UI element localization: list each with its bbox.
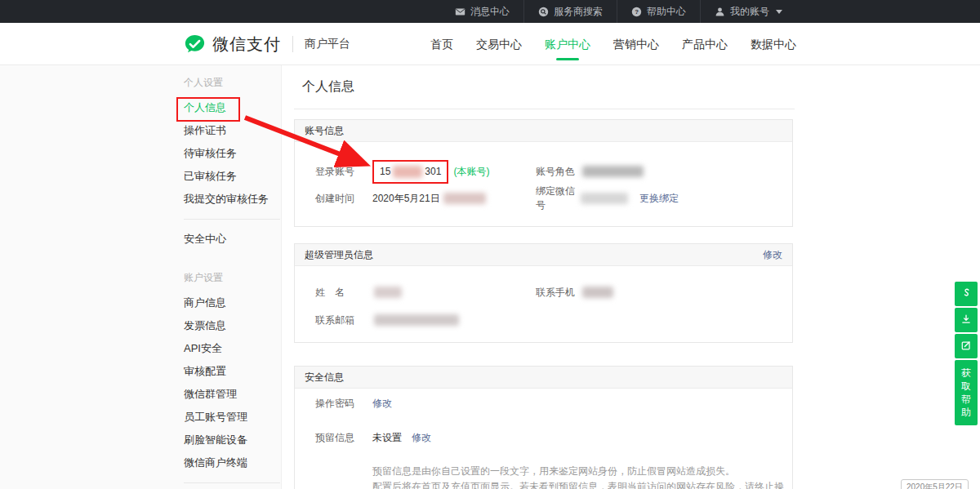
sidebar-item-label: 商户信息 <box>184 296 226 309</box>
admin-name-redacted <box>374 287 402 298</box>
sidebar-item-label: 个人信息 <box>184 101 226 113</box>
sidebar-item[interactable] <box>184 219 280 220</box>
sidebar-item[interactable]: 员工账号管理 <box>184 406 280 429</box>
reserved-info-description: 预留信息是由你自己设置的一段文字，用来鉴定网站身份，防止假冒网站造成损失。 配置… <box>372 464 792 489</box>
description-line: 配置后将在首页及充值页面显示。若未看到预留信息，表明当前访问的网站存在风险，请终… <box>372 479 792 489</box>
topbar-item-help-center[interactable]: ? 帮助中心 <box>617 0 700 23</box>
sidebar-item-label: 刷脸智能设备 <box>184 433 247 446</box>
brand-separator <box>292 36 293 52</box>
nav-item-label: 首页 <box>430 38 453 51</box>
account-role-redacted <box>582 166 644 177</box>
floating-action-bar: 获取帮助 <box>955 282 978 425</box>
sidebar-item[interactable]: 微信商户终端 <box>184 451 280 474</box>
reserved-info-edit-link[interactable]: 修改 <box>412 431 431 445</box>
sidebar-item-label: 操作证书 <box>184 124 226 136</box>
created-time-label: 创建时间 <box>315 192 372 206</box>
header: 微信支付 商户平台 首页 交易中心 账户中心 营销中心 产品中心 数据中心 <box>0 23 980 65</box>
get-help-button[interactable]: 获取帮助 <box>955 360 978 425</box>
sidebar-item-label: 安全中心 <box>184 233 226 245</box>
sidebar-item[interactable] <box>184 482 280 483</box>
topbar-item-message-center[interactable]: 消息中心 <box>441 0 523 23</box>
main-nav: 首页 交易中心 账户中心 营销中心 产品中心 数据中心 <box>408 23 796 65</box>
page-title: 个人信息 <box>302 78 354 96</box>
nav-item[interactable]: 交易中心 <box>476 23 522 65</box>
nav-item[interactable]: 首页 <box>430 23 453 65</box>
nav-item-label: 数据中心 <box>751 38 796 51</box>
nav-item[interactable]: 营销中心 <box>613 23 659 65</box>
login-account-redacted <box>393 166 422 178</box>
sidebar-item-label: 微信群管理 <box>184 388 237 400</box>
card-title: 超级管理员信息 <box>305 249 373 260</box>
security-info-card: 安全信息 操作密码 修改 预留信息 未设置 修改 <box>294 366 793 489</box>
sidebar-item-label: 微信商户终端 <box>184 456 247 469</box>
bound-wechat-redacted <box>581 193 628 204</box>
admin-name-label: 姓 名 <box>315 286 372 300</box>
chevron-down-icon <box>776 10 782 14</box>
topbar-item-my-account[interactable]: 我的账号 <box>700 0 796 23</box>
reserved-info-value: 未设置 <box>372 431 402 445</box>
created-time-value: 2020年5月21日 <box>372 192 440 206</box>
sidebar-item-label: 审核配置 <box>184 365 226 377</box>
topbar-item-label: 帮助中心 <box>647 5 686 19</box>
sidebar-menu: 个人设置 个人信息 操作证书 待审核任务 已审核任务 我提交的审核任务 安全中心… <box>184 65 280 489</box>
sidebar-item-label: 待审核任务 <box>184 147 237 159</box>
sidebar-item[interactable]: 刷脸智能设备 <box>184 429 280 451</box>
sidebar-item[interactable]: 审核配置 <box>184 360 280 383</box>
login-account-annotation-box: 15 301 <box>372 160 448 184</box>
brand-name: 微信支付 <box>212 33 281 56</box>
account-info-card-header: 账号信息 <box>295 120 792 142</box>
topbar-item-label: 服务商搜索 <box>554 5 603 19</box>
feedback-button[interactable] <box>955 334 978 358</box>
nav-item-label: 账户中心 <box>545 38 590 51</box>
nav-item-label: 产品中心 <box>682 38 728 51</box>
title-divider <box>294 109 795 109</box>
sidebar-item-label: 我提交的审核任务 <box>184 193 269 205</box>
topbar-item-provider-search[interactable]: 服务商搜索 <box>523 0 617 23</box>
topbar: 消息中心 服务商搜索 ? 帮助中心 我的账号 <box>0 0 980 23</box>
sidebar-item[interactable]: 待审核任务 <box>184 142 280 165</box>
sidebar-item[interactable]: 发票信息 <box>184 314 280 337</box>
admin-phone-label: 联系手机 <box>536 286 581 300</box>
search-icon <box>538 7 549 17</box>
brand[interactable]: 微信支付 商户平台 <box>184 23 350 65</box>
sidebar-item-label: 员工账号管理 <box>184 411 247 423</box>
wechat-pay-merchant-portal: 消息中心 服务商搜索 ? 帮助中心 我的账号 <box>0 0 980 489</box>
topbar-item-label: 消息中心 <box>470 5 510 19</box>
admin-edit-link[interactable]: 修改 <box>763 244 782 266</box>
login-account-label: 登录账号 <box>315 165 372 179</box>
account-info-card: 账号信息 登录账号 15 301 (本账号) <box>294 119 793 227</box>
sidebar-item-label: 个人设置 <box>184 77 223 88</box>
sidebar-item[interactable]: 账户设置 <box>184 272 280 283</box>
op-password-edit-link[interactable]: 修改 <box>372 397 392 411</box>
sidebar-item[interactable]: 微信群管理 <box>184 383 280 406</box>
change-binding-link[interactable]: 更换绑定 <box>639 192 679 206</box>
nav-item[interactable]: 账户中心 <box>545 23 590 65</box>
sidebar-item[interactable]: 我提交的审核任务 <box>184 188 280 211</box>
sidebar: 个人设置 个人信息 操作证书 待审核任务 已审核任务 我提交的审核任务 安全中心… <box>0 65 282 489</box>
sidebar-item-label: 账户设置 <box>184 272 223 283</box>
sidebar-item[interactable]: 商户信息 <box>184 291 280 314</box>
card-title: 安全信息 <box>305 371 344 383</box>
sidebar-item[interactable]: API安全 <box>184 337 280 360</box>
sidebar-item[interactable]: 已审核任务 <box>184 165 280 188</box>
sidebar-item[interactable]: 安全中心 <box>184 228 280 251</box>
sidebar-item[interactable]: 操作证书 <box>184 119 280 142</box>
question-icon: ? <box>631 7 642 17</box>
wechat-pay-logo-icon <box>184 33 206 56</box>
super-admin-card-header: 超级管理员信息 修改 <box>295 244 792 266</box>
admin-email-label: 联系邮箱 <box>315 313 372 327</box>
sidebar-item-label: 发票信息 <box>184 319 226 331</box>
topbar-item-label: 我的账号 <box>730 5 769 19</box>
download-button[interactable] <box>955 308 978 332</box>
sidebar-item[interactable]: 个人信息 <box>184 96 280 119</box>
sidebar-item[interactable]: 个人设置 <box>184 77 280 88</box>
security-info-card-header: 安全信息 <box>295 367 792 389</box>
hotline-button[interactable] <box>955 282 978 306</box>
nav-item[interactable]: 产品中心 <box>682 23 728 65</box>
created-time-redacted <box>443 193 486 204</box>
nav-item[interactable]: 数据中心 <box>751 23 796 65</box>
download-icon <box>960 313 972 327</box>
bound-wechat-label: 绑定微信号 <box>536 184 581 212</box>
op-password-label: 操作密码 <box>315 397 372 411</box>
admin-phone-redacted <box>582 287 613 298</box>
